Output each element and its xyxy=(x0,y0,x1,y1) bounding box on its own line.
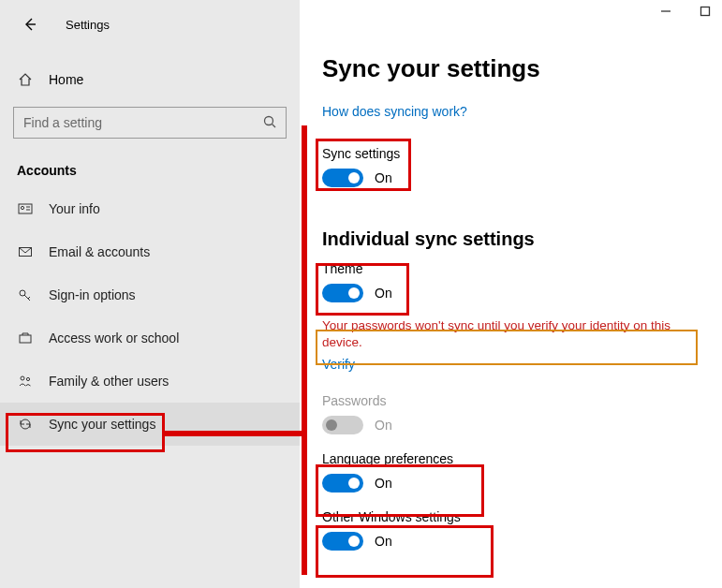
minimize-button[interactable] xyxy=(658,4,673,19)
toggle-state: On xyxy=(375,418,392,433)
sidebar-item-label: Access work or school xyxy=(49,331,179,345)
setting-language: Language preferences On xyxy=(322,451,703,492)
toggle-state: On xyxy=(375,534,392,549)
svg-point-13 xyxy=(26,377,29,380)
family-icon xyxy=(17,374,34,389)
toggle-language[interactable] xyxy=(322,474,363,492)
sidebar-item-label: Family & other users xyxy=(49,374,169,389)
setting-label: Theme xyxy=(322,261,703,276)
sidebar-item-signin-options[interactable]: Sign-in options xyxy=(0,273,300,316)
window-controls xyxy=(658,4,713,19)
home-icon xyxy=(17,72,34,87)
setting-theme: Theme On xyxy=(322,261,703,302)
toggle-sync-settings[interactable] xyxy=(322,169,363,187)
sidebar: Settings Home Accounts Your info Email &… xyxy=(0,0,300,588)
app-title: Settings xyxy=(66,18,110,32)
setting-label: Other Windows settings xyxy=(322,509,703,524)
toggle-state: On xyxy=(375,476,392,491)
section-title: Accounts xyxy=(17,163,300,178)
password-warning-block: Your passwords won't sync until you veri… xyxy=(322,317,703,373)
toggle-state: On xyxy=(375,170,392,185)
sync-icon xyxy=(17,417,34,432)
briefcase-icon xyxy=(17,331,34,345)
verify-link[interactable]: Verify xyxy=(322,357,355,372)
individual-sync-title: Individual sync settings xyxy=(322,228,703,250)
content-pane: Sync your settings How does syncing work… xyxy=(300,0,722,588)
mail-icon xyxy=(17,244,34,259)
help-link[interactable]: How does syncing work? xyxy=(322,104,467,119)
toggle-passwords xyxy=(322,416,363,434)
sidebar-item-label: Your info xyxy=(49,201,100,216)
toggle-theme[interactable] xyxy=(322,284,363,302)
back-button[interactable] xyxy=(17,11,43,37)
setting-label: Passwords xyxy=(322,393,703,408)
home-label: Home xyxy=(49,72,83,87)
sidebar-item-sync-settings[interactable]: Sync your settings xyxy=(0,403,300,446)
key-icon xyxy=(17,287,34,302)
setting-other-windows: Other Windows settings On xyxy=(322,509,703,551)
svg-point-1 xyxy=(265,117,273,125)
sidebar-item-family-users[interactable]: Family & other users xyxy=(0,360,300,403)
user-card-icon xyxy=(17,201,34,216)
sidebar-item-label: Email & accounts xyxy=(49,244,150,259)
sidebar-item-your-info[interactable]: Your info xyxy=(0,187,300,230)
page-title: Sync your settings xyxy=(322,54,703,83)
toggle-other-windows[interactable] xyxy=(322,532,363,551)
title-bar: Settings xyxy=(0,6,300,43)
svg-rect-11 xyxy=(20,335,31,343)
toggle-state: On xyxy=(375,286,392,301)
arrow-left-icon xyxy=(22,17,37,32)
search-icon xyxy=(262,114,277,133)
sidebar-item-access-work-school[interactable]: Access work or school xyxy=(0,316,300,360)
svg-point-4 xyxy=(21,206,23,209)
svg-rect-15 xyxy=(701,7,710,16)
svg-line-10 xyxy=(28,297,30,299)
search-container xyxy=(13,107,287,139)
svg-line-2 xyxy=(273,125,276,128)
svg-point-12 xyxy=(21,376,24,380)
setting-label: Sync settings xyxy=(322,146,703,161)
home-nav[interactable]: Home xyxy=(0,62,300,97)
search-input[interactable] xyxy=(13,107,287,139)
sidebar-item-label: Sign-in options xyxy=(49,287,136,302)
setting-label: Language preferences xyxy=(322,451,703,466)
svg-rect-3 xyxy=(19,204,32,213)
sidebar-item-email-accounts[interactable]: Email & accounts xyxy=(0,230,300,273)
password-warning-text: Your passwords won't sync until you veri… xyxy=(322,317,703,351)
setting-passwords: Passwords On xyxy=(322,393,703,434)
sidebar-item-label: Sync your settings xyxy=(49,417,155,432)
maximize-button[interactable] xyxy=(698,4,713,19)
setting-sync-settings: Sync settings On xyxy=(322,146,703,187)
